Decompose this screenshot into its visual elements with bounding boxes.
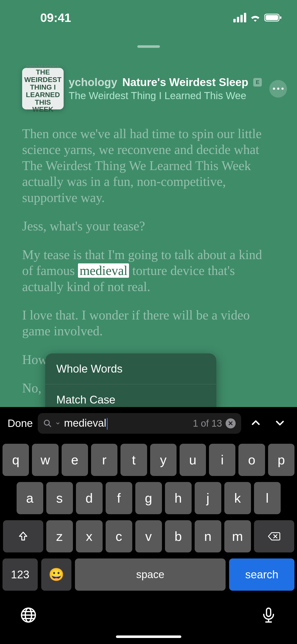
keyboard-footer	[3, 597, 294, 624]
next-result-button[interactable]	[270, 417, 289, 429]
done-button[interactable]: Done	[8, 417, 33, 429]
artwork-line: LEARNED	[24, 91, 62, 98]
numbers-key[interactable]: 123	[3, 558, 38, 591]
clear-search-button[interactable]: ✕	[226, 418, 236, 428]
artwork-line: THING I	[24, 84, 62, 91]
wifi-icon	[250, 13, 261, 22]
on-screen-keyboard: qwertyuiop asdfghjkl zxcvbnm 123 😀 space…	[0, 440, 297, 644]
episode-title-fragment: ychology	[69, 76, 117, 89]
episode-title-fragment: Nature's Weirdest Sleep	[122, 76, 248, 89]
key-c[interactable]: c	[106, 520, 132, 552]
episode-header: POPULAR SCIENCE THE WEIRDEST THING I LEA…	[22, 68, 287, 109]
search-field[interactable]: medieval 1 of 13 ✕	[38, 413, 241, 434]
keyboard-row: 123 😀 space search	[3, 558, 294, 591]
find-toolbar: Done medieval 1 of 13 ✕	[0, 407, 297, 440]
artwork-line: THIS WEEK	[24, 99, 62, 113]
status-bar: 09:41	[0, 0, 297, 35]
key-e[interactable]: e	[62, 444, 88, 476]
key-d[interactable]: d	[76, 482, 103, 514]
key-o[interactable]: o	[238, 444, 265, 476]
key-m[interactable]: m	[224, 520, 251, 552]
text-caret	[107, 418, 108, 430]
podcast-artwork[interactable]: POPULAR SCIENCE THE WEIRDEST THING I LEA…	[22, 68, 64, 109]
key-w[interactable]: w	[32, 444, 58, 476]
key-f[interactable]: f	[106, 482, 132, 514]
status-icons	[233, 13, 282, 22]
status-time: 09:41	[40, 11, 71, 25]
backspace-key[interactable]	[254, 520, 294, 552]
key-p[interactable]: p	[268, 444, 294, 476]
key-a[interactable]: a	[17, 482, 43, 514]
key-b[interactable]: b	[165, 520, 192, 552]
whole-words-option[interactable]: Whole Words	[45, 353, 216, 384]
search-key[interactable]: search	[229, 558, 294, 591]
search-result-count: 1 of 13	[193, 418, 222, 429]
dictation-key[interactable]	[260, 607, 277, 624]
home-indicator[interactable]	[116, 635, 181, 638]
keyboard-row: asdfghjkl	[3, 482, 294, 514]
key-n[interactable]: n	[195, 520, 221, 552]
svg-rect-8	[267, 608, 271, 617]
search-options-popover: Whole Words Match Case	[45, 353, 216, 415]
key-t[interactable]: t	[120, 444, 147, 476]
sheet-drag-handle[interactable]	[137, 45, 160, 48]
header-texts: ychology Nature's Weirdest Sleep E The W…	[69, 76, 264, 101]
search-query-text: medieval	[64, 417, 106, 429]
globe-key[interactable]	[20, 607, 37, 624]
key-u[interactable]: u	[180, 444, 206, 476]
artwork-line: THE	[24, 69, 62, 76]
key-l[interactable]: l	[254, 482, 281, 514]
space-key[interactable]: space	[75, 558, 226, 591]
cellular-signal-icon	[233, 13, 246, 22]
key-i[interactable]: i	[209, 444, 235, 476]
key-x[interactable]: x	[76, 520, 103, 552]
key-j[interactable]: j	[195, 482, 221, 514]
battery-icon	[264, 13, 282, 22]
key-y[interactable]: y	[150, 444, 177, 476]
transcript-paragraph[interactable]: My tease is that I'm going to talk about…	[22, 247, 275, 295]
keyboard-row: qwertyuiop	[3, 444, 294, 476]
key-v[interactable]: v	[135, 520, 162, 552]
key-s[interactable]: s	[46, 482, 73, 514]
emoji-key[interactable]: 😀	[41, 558, 71, 591]
transcript-paragraph[interactable]: Jess, what's your tease?	[22, 218, 275, 234]
key-g[interactable]: g	[135, 482, 162, 514]
keyboard-row: zxcvbnm	[3, 520, 294, 552]
key-z[interactable]: z	[46, 520, 73, 552]
search-icon	[43, 419, 52, 428]
svg-line-4	[49, 424, 51, 427]
svg-rect-2	[280, 16, 281, 19]
key-r[interactable]: r	[91, 444, 117, 476]
transcript-paragraph[interactable]: I love that. I wonder if there will be a…	[22, 307, 275, 339]
key-q[interactable]: q	[3, 444, 29, 476]
search-input[interactable]: medieval	[64, 417, 189, 430]
explicit-badge: E	[253, 78, 262, 87]
search-highlight: medieval	[78, 263, 129, 278]
search-options-chevron-icon[interactable]	[55, 421, 60, 426]
shift-key[interactable]	[3, 520, 43, 552]
transcript-paragraph[interactable]: Then once we've all had time to spin our…	[22, 126, 275, 206]
key-h[interactable]: h	[165, 482, 192, 514]
previous-result-button[interactable]	[246, 417, 265, 429]
podcast-name[interactable]: The Weirdest Thing I Learned This Wee	[69, 90, 264, 101]
artwork-line: WEIRDEST	[24, 76, 62, 83]
svg-rect-1	[266, 15, 278, 20]
more-button[interactable]	[269, 80, 287, 98]
artwork-publisher: POPULAR SCIENCE	[24, 65, 62, 68]
key-k[interactable]: k	[224, 482, 251, 514]
